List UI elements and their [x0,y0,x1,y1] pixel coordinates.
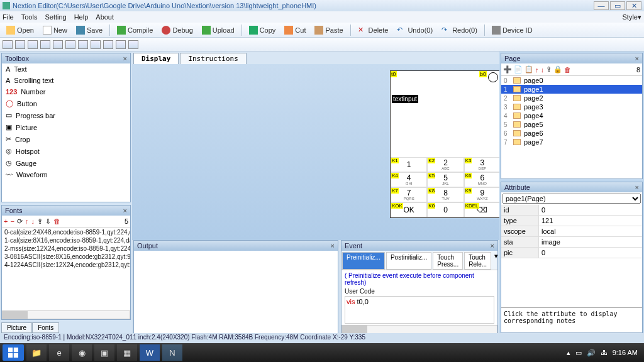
label-t0[interactable]: t0 [391,71,397,77]
tab-display[interactable]: Display [133,53,179,64]
toolbox-waveform[interactable]: 〰Waveform [2,169,130,180]
align-top-button[interactable] [28,40,38,49]
tab-touch-release[interactable]: Touch Rele... [464,252,491,270]
menu-style[interactable]: Style▾ [623,13,641,21]
redo-button[interactable]: ↷Redo(0) [438,24,481,36]
page-item-page6[interactable]: 6page6 [501,129,642,138]
key-k1[interactable]: K11 [391,157,427,172]
menu-file[interactable]: File [3,13,14,21]
open-button[interactable]: Open [3,24,38,36]
font-import-button[interactable]: ⇩ [45,217,51,226]
toolbox-crop[interactable]: ✂Crop [2,133,130,145]
toolbox-scrolling-text[interactable]: AScrolling text [2,75,130,86]
align-center-h-button[interactable] [53,40,63,49]
key-k5[interactable]: K55JKL [427,172,464,187]
toolbox-gauge[interactable]: ◷Gauge [2,157,130,169]
same-size-button[interactable] [103,40,113,49]
fonts-scrollbar[interactable] [2,310,130,319]
copy-button[interactable]: Copy [245,24,280,36]
device-id-button[interactable]: Device ID [488,24,536,36]
tray-volume-icon[interactable]: 🔊 [587,349,596,357]
save-button[interactable]: Save [72,24,106,36]
page-copy-button[interactable]: 📋 [525,65,533,74]
task-explorer[interactable]: 📁 [26,344,47,361]
toolbox-progress-bar[interactable]: ▭Progress bar [2,109,130,121]
font-down-button[interactable]: ↓ [31,217,35,225]
page-item-page2[interactable]: 2page2 [501,94,642,102]
font-export-button[interactable]: ⇪ [37,217,43,226]
attribute-selector[interactable]: page1(Page) [502,194,641,204]
page-close-icon[interactable]: × [635,55,639,62]
tab-preinitialize[interactable]: Preinitializ... [342,252,385,270]
key-k8[interactable]: K88TUV [427,187,464,202]
key-kok[interactable]: KOKOK [391,202,427,217]
tray-network-icon[interactable]: 🖧 [601,349,608,356]
page-item-page7[interactable]: 7page7 [501,138,642,146]
tab-fonts[interactable]: Fonts [32,322,59,333]
task-nextion[interactable]: N [162,344,182,361]
canvas[interactable]: t0 b0 textinput K11K22ABCK33DEFK44GHIK55… [132,64,499,240]
align-bottom-button[interactable] [40,40,50,49]
maximize-button[interactable]: ▭ [610,1,625,10]
attr-row-vscope[interactable]: vscopelocal [501,226,642,237]
upload-button[interactable]: Upload [198,24,238,36]
delete-button[interactable]: ✕Delete [354,24,392,36]
page-item-page4[interactable]: 4page4 [501,111,642,120]
page-lock-button[interactable]: 🔒 [553,65,562,74]
output-close-icon[interactable]: × [331,242,335,250]
paste-button[interactable]: Paste [311,24,347,36]
toolbox-button[interactable]: ◯Button [2,97,130,109]
code-editor[interactable]: vis t0,0 [345,296,494,324]
label-b0[interactable]: b0 [479,71,487,77]
task-ie[interactable]: e [49,344,69,361]
tray-action-center-icon[interactable]: ▭ [575,349,582,357]
debug-button[interactable]: Debug [158,24,196,36]
tab-instructions[interactable]: Instructions [180,53,246,64]
toolbox-number[interactable]: 123Number [2,86,130,97]
key-k0[interactable]: K00 [427,202,464,217]
system-tray[interactable]: ▴ ▭ 🔊 🖧 9:16 AM [567,349,641,357]
page-item-page1[interactable]: 1page1 [501,85,642,94]
output-body[interactable] [134,251,338,334]
align-center-v-button[interactable] [65,40,75,49]
key-k3[interactable]: K33DEF [464,157,499,172]
close-button[interactable]: ✕ [626,1,641,10]
menu-help[interactable]: Help [74,13,89,21]
cut-button[interactable]: Cut [280,24,309,36]
distribute-h-button[interactable] [116,40,126,49]
page-delete-button[interactable]: 🗑 [564,66,571,74]
attribute-close-icon[interactable]: × [635,184,639,191]
task-word[interactable]: W [140,344,160,361]
font-delete-button[interactable]: 🗑 [53,217,60,225]
compile-button[interactable]: Compile [113,24,157,36]
toolbox-picture[interactable]: ▣Picture [2,121,130,133]
task-app2[interactable]: ▦ [117,344,137,361]
tab-postinitialize[interactable]: Postinitializ... [386,252,431,270]
event-close-icon[interactable]: × [491,242,494,250]
tab-touch-press[interactable]: Touch Press... [433,252,463,270]
font-item[interactable]: 3-0816ASCII(size:8X16,encode:gb2312,qyt:… [2,253,130,261]
key-k7[interactable]: K77PQRS [391,187,427,202]
font-remove-button[interactable]: − [10,217,14,225]
key-kdel[interactable]: KDEL⌫ [464,202,499,217]
key-k2[interactable]: K22ABC [427,157,464,172]
page-export-button[interactable]: ⇪ [546,65,552,74]
new-button[interactable]: New [39,24,71,36]
page-item-page5[interactable]: 5page5 [501,120,642,129]
toolbox-close-icon[interactable]: × [123,55,127,62]
start-button[interactable] [3,344,24,361]
text-input-component[interactable]: textinput [392,95,418,103]
rotate-handle[interactable] [488,72,498,82]
task-app1[interactable]: ▣ [94,344,114,361]
menu-setting[interactable]: Setting [45,13,66,21]
align-left-button[interactable] [3,40,13,49]
distribute-v-button[interactable] [128,40,138,49]
page-insert-button[interactable]: 📄 [514,65,523,74]
page-item-page0[interactable]: 0page0 [501,76,642,85]
page-add-button[interactable]: ➕ [503,65,512,74]
toolbox-hotspot[interactable]: ◎Hotspot [2,145,130,157]
attr-row-type[interactable]: type121 [501,216,642,226]
event-scrollbar[interactable] [341,325,497,334]
toolbox-text[interactable]: AText [2,63,130,75]
key-k6[interactable]: K66MNO [464,172,499,187]
